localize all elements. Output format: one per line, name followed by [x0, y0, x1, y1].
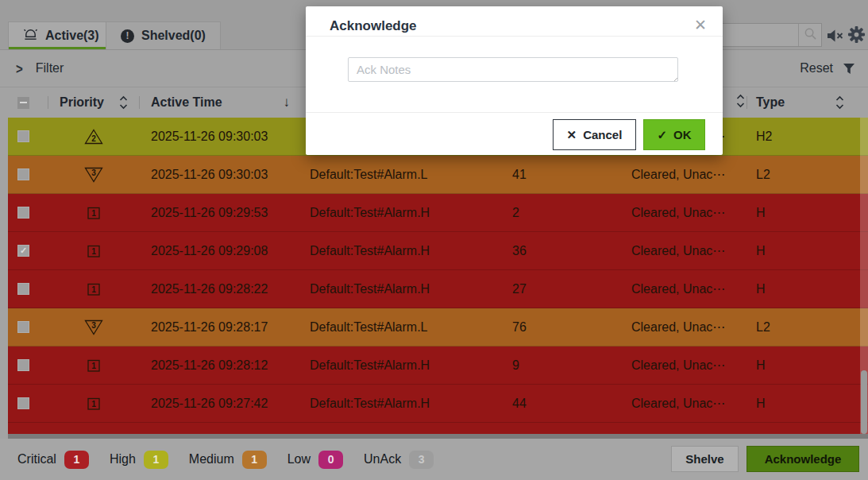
svg-text:1: 1 [91, 208, 96, 217]
table-row[interactable]: 1 2025-11-26 09:28:22 Default:Test#Alarm… [8, 270, 868, 308]
counter-badge: 1 [144, 451, 168, 469]
table-row[interactable]: 1 2025-11-26 09:29:53 Default:Test#Alarm… [8, 194, 868, 232]
cell-status: Cleared, Unac⋯ [631, 205, 746, 220]
speaker-muted-icon[interactable] [825, 28, 845, 44]
cell-active-time: 2025-11-26 09:30:03 [139, 168, 306, 182]
priority-icon: 1 [48, 281, 139, 297]
header-type[interactable]: Type [746, 87, 868, 118]
tab-active[interactable]: Active(3) [8, 21, 114, 49]
cell-active-time: 2025-11-26 09:28:12 [139, 358, 306, 373]
cell-status: Cleared, Unac⋯ [631, 243, 746, 258]
svg-text:3: 3 [91, 320, 96, 329]
divider [306, 36, 723, 37]
row-checkbox[interactable] [17, 359, 29, 371]
table-body: 2 2025-11-26 09:30:03 Cleared, Unac⋯ H2 [8, 118, 868, 434]
cell-value: 27 [500, 282, 631, 296]
cell-alarm-name: Default:Test#Alarm.L [306, 320, 500, 335]
search-button[interactable] [798, 24, 821, 46]
status-bar: Critical 1 High 1 Medium 1 Low 0 UnAck 3… [0, 439, 868, 480]
row-checkbox[interactable] [17, 397, 29, 409]
cell-active-time: 2025-11-26 09:29:53 [139, 206, 306, 220]
vertical-scrollbar[interactable] [860, 118, 868, 434]
priority-icon: 2 [48, 129, 139, 145]
filter-label[interactable]: Filter [36, 61, 64, 75]
row-checkbox[interactable] [17, 168, 29, 180]
cell-value: 41 [500, 168, 631, 182]
close-icon[interactable]: ✕ [694, 16, 707, 34]
table-row[interactable]: 3 2025-11-26 09:30:03 Default:Test#Alarm… [8, 156, 868, 194]
select-all-cell [8, 87, 48, 118]
shelve-button[interactable]: Shelve [671, 446, 739, 472]
cell-alarm-name: Default:Test#Alarm.H [306, 282, 500, 296]
header-active-time[interactable]: Active Time ↓ [139, 87, 306, 118]
cell-active-time: 2025-11-26 09:30:03 [139, 130, 306, 144]
exclamation-circle-icon: ! [121, 29, 134, 43]
cell-value: 76 [500, 320, 631, 335]
priority-icon: 1 [48, 205, 139, 221]
chevron-right-icon[interactable]: > [16, 60, 23, 76]
svg-text:1: 1 [91, 361, 96, 370]
check-icon: ✓ [657, 128, 667, 142]
svg-text:1: 1 [91, 246, 96, 255]
table-row[interactable]: 3 2025-11-26 09:28:17 Default:Test#Alarm… [8, 308, 868, 346]
row-checkbox[interactable] [17, 283, 29, 295]
scrollbar-thumb[interactable] [861, 370, 867, 434]
table-row[interactable]: 1 2025-11-26 09:29:08 Default:Test#Alarm… [8, 232, 868, 270]
sort-updown-icon[interactable] [835, 95, 844, 113]
sort-updown-icon[interactable] [736, 94, 745, 111]
counter-badge: 0 [318, 451, 343, 469]
cell-active-time: 2025-11-26 09:28:17 [139, 320, 306, 335]
priority-icon: 1 [48, 243, 139, 259]
tab-shelved-label: Shelved(0) [141, 29, 206, 43]
cell-status: Cleared, Unac⋯ [631, 319, 746, 335]
tab-shelved[interactable]: ! Shelved(0) [106, 21, 221, 49]
cell-status: Cleared, Unac⋯ [631, 167, 746, 182]
table-row[interactable]: 1 2025-11-26 09:27:42 Default:Test#Alarm… [8, 385, 868, 423]
alarm-bell-icon [23, 27, 38, 45]
cell-alarm-name: Default:Test#Alarm.H [306, 206, 500, 220]
cancel-button[interactable]: ✕ Cancel [553, 119, 636, 150]
row-checkbox[interactable] [17, 207, 29, 219]
cell-status: Cleared, Unac⋯ [631, 281, 746, 296]
cell-type: H [746, 244, 868, 258]
cell-value: 9 [500, 358, 631, 373]
sort-descending-icon[interactable]: ↓ [284, 95, 291, 110]
acknowledge-dialog: Acknowledge ✕ ✕ Cancel ✓ OK [306, 6, 723, 155]
cell-active-time: 2025-11-26 09:28:22 [139, 282, 306, 296]
dialog-title: Acknowledge [330, 18, 417, 34]
cell-type: H [746, 358, 868, 373]
cell-alarm-name: Default:Test#Alarm.H [306, 358, 500, 373]
cell-value: 36 [500, 244, 631, 258]
sort-updown-icon[interactable] [119, 95, 128, 113]
priority-icon: 3 [48, 167, 139, 183]
tab-active-label: Active(3) [45, 29, 99, 43]
counter-label: Critical [17, 452, 56, 466]
counter-label: High [110, 452, 136, 466]
row-checkbox[interactable] [17, 130, 29, 142]
cell-alarm-name: Default:Test#Alarm.L [306, 168, 500, 182]
priority-icon: 1 [48, 396, 139, 412]
settings-gear-icon[interactable] [847, 25, 866, 44]
ack-notes-input[interactable] [348, 57, 678, 82]
cell-type: H [746, 282, 868, 296]
table-row-partial[interactable] [8, 423, 868, 434]
divider [306, 112, 723, 113]
table-row[interactable]: 1 2025-11-26 09:28:12 Default:Test#Alarm… [8, 346, 868, 385]
search-icon [804, 27, 817, 44]
select-all-checkbox[interactable] [17, 97, 29, 109]
header-priority[interactable]: Priority [48, 87, 139, 118]
x-icon: ✕ [567, 128, 577, 142]
cell-type: L2 [746, 320, 868, 335]
cell-active-time: 2025-11-26 09:27:42 [139, 397, 306, 411]
severity-counter-unack: UnAck 3 [364, 451, 434, 469]
row-checkbox[interactable] [17, 321, 29, 333]
priority-icon: 3 [48, 319, 139, 335]
ok-button[interactable]: ✓ OK [643, 119, 705, 150]
acknowledge-button[interactable]: Acknowledge [746, 446, 859, 472]
funnel-filter-icon[interactable] [843, 63, 855, 78]
reset-button[interactable]: Reset [800, 61, 833, 75]
severity-counter-critical: Critical 1 [17, 451, 89, 469]
cell-status: Cleared, Unac⋯ [631, 396, 746, 411]
row-checkbox[interactable] [17, 245, 29, 257]
counter-badge: 3 [409, 451, 434, 469]
